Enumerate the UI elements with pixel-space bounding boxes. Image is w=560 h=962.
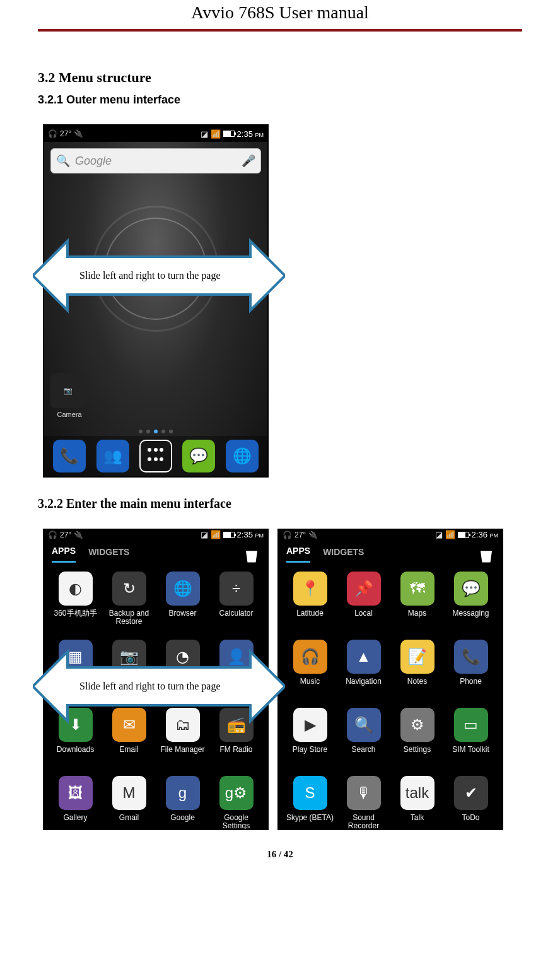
title-rule [38,29,522,32]
play-store-icon[interactable] [243,546,260,563]
tab-widgets[interactable]: WIDGETS [88,547,129,562]
headset-icon: 🎧 [48,129,57,138]
app-icon: 🎧 [293,640,327,674]
app-icon: talk [400,776,435,810]
app-play-store[interactable]: ▶Play Store [284,708,336,773]
clock-time: 2:35 PM [237,129,264,139]
app-label: Skype (BETA) [286,814,334,822]
app-google[interactable]: gGoogle [156,776,209,830]
battery-icon [458,532,469,538]
play-store-icon[interactable] [478,546,494,563]
heading-3-2-1: 3.2.1 Outer menu interface [38,93,522,107]
app-notes[interactable]: 📝Notes [391,640,443,705]
tab-widgets[interactable]: WIDGETS [323,547,364,562]
tab-apps[interactable]: APPS [286,546,310,563]
usb-icon: 🔌 [308,531,318,539]
app-icon: 🗺 [400,572,435,606]
app-label: File Manager [160,746,204,754]
app-label: Phone [460,678,482,686]
app-icon: 🖼 [59,776,93,810]
app-drawer[interactable]: APPS WIDGETS 📍Latitude📌Local🗺Maps💬Messag… [279,539,502,830]
usb-icon: 🔌 [74,531,83,539]
camera-shortcut[interactable]: 📷 Camera [50,373,88,418]
dock-browser-icon[interactable]: 🌐 [226,440,259,472]
dock-contacts-icon[interactable]: 👥 [96,440,129,472]
app-icon: g⚙ [219,776,254,810]
app-music[interactable]: 🎧Music [284,640,336,705]
google-search-bar[interactable]: 🔍 Google 🎤 [50,148,261,173]
camera-label: Camera [50,411,88,418]
app-icon: S [293,776,327,810]
app-sim-toolkit[interactable]: ▭SIM Toolkit [445,708,497,773]
dock-messaging-icon[interactable]: 💬 [182,440,215,472]
app-gallery[interactable]: 🖼Gallery [49,776,102,830]
app-icon: ÷ [219,572,254,606]
app-search[interactable]: 🔍Search [337,708,390,773]
app-label: SIM Toolkit [452,746,489,754]
app-360-[interactable]: ◐360手机助手 [49,572,102,637]
app-todo[interactable]: ✔ToDo [445,776,497,830]
app-label: Play Store [293,746,327,754]
page-title: Avvio 768S User manual [38,0,522,29]
phone-app-drawer-page2: 🎧 27° 🔌 ◪ 📶 2:36 PM APPS WIDGETS [277,529,503,830]
app-messaging[interactable]: 💬Messaging [445,572,497,637]
slide-callout-2-text: Slide left and right to turn the page [77,681,241,692]
app-icon: 📞 [454,640,488,674]
dock-phone-icon[interactable]: 📞 [53,440,86,472]
app-label: Sound Recorder [339,814,388,830]
slide-callout-2: Slide left and right to turn the page [33,642,285,730]
app-calculator[interactable]: ÷Calculator [210,572,262,637]
app-talk[interactable]: talkTalk [391,776,443,830]
headset-icon: 🎧 [283,531,292,539]
battery-icon [223,532,235,538]
app-icon: ⚙ [400,708,435,742]
app-local[interactable]: 📌Local [337,572,390,637]
temp-indicator: 27° [60,531,71,539]
app-icon: ▲ [347,640,381,674]
app-label: 360手机助手 [54,609,96,618]
app-icon: 💬 [454,572,488,606]
signal-icon: 📶 [211,129,221,139]
app-icon: ✔ [454,776,488,810]
tab-apps[interactable]: APPS [52,546,76,563]
heading-3-2-2: 3.2.2 Enter the main menu interface [38,496,522,511]
app-label: Settings [404,746,431,754]
app-maps[interactable]: 🗺Maps [391,572,443,637]
app-icon: g [166,776,200,810]
status-bar: 🎧 27° 🔌 ◪ 📶 2:35 PM [44,530,267,539]
app-label: Notes [407,678,427,686]
app-settings[interactable]: ⚙Settings [391,708,443,773]
app-google-settings[interactable]: g⚙Google Settings [210,776,262,830]
app-label: Music [300,678,320,686]
sim-indicator: ◪ [201,530,208,539]
figure-main-menu: 🎧 27° 🔌 ◪ 📶 2:35 PM APPS WIDGETS [38,529,522,830]
app-sound-recorder[interactable]: 🎙Sound Recorder [337,776,390,830]
temp-indicator: 27° [60,129,71,138]
search-icon: 🔍 [56,154,70,168]
app-latitude[interactable]: 📍Latitude [284,572,336,637]
app-label: Gallery [63,814,87,822]
app-navigation[interactable]: ▲Navigation [337,640,390,705]
app-label: Calculator [219,609,253,618]
temp-indicator: 27° [295,531,306,539]
dock: 📞 👥 💬 🌐 [44,436,267,476]
manual-page: Avvio 768S User manual 3.2 Menu structur… [0,0,560,879]
signal-icon: 📶 [211,530,221,539]
mic-icon[interactable]: 🎤 [242,154,255,168]
app-phone[interactable]: 📞Phone [445,640,497,705]
camera-icon: 📷 [50,373,86,408]
heading-3-2: 3.2 Menu structure [38,69,522,86]
app-label: FM Radio [219,746,252,754]
dock-app-drawer-icon[interactable] [139,440,172,472]
app-backup-and-restore[interactable]: ↻Backup and Restore [103,572,155,637]
app-grid-page2: 📍Latitude📌Local🗺Maps💬Messaging🎧Music▲Nav… [279,563,502,830]
app-label: Google [170,814,195,822]
app-icon: M [112,776,146,810]
app-skype-beta-[interactable]: SSkype (BETA) [284,776,336,830]
usb-icon: 🔌 [74,129,83,138]
drawer-tabs: APPS WIDGETS [279,539,502,563]
app-browser[interactable]: 🌐Browser [156,572,209,637]
app-gmail[interactable]: MGmail [103,776,155,830]
drawer-tabs: APPS WIDGETS [44,539,267,563]
app-icon: 📌 [347,572,381,606]
